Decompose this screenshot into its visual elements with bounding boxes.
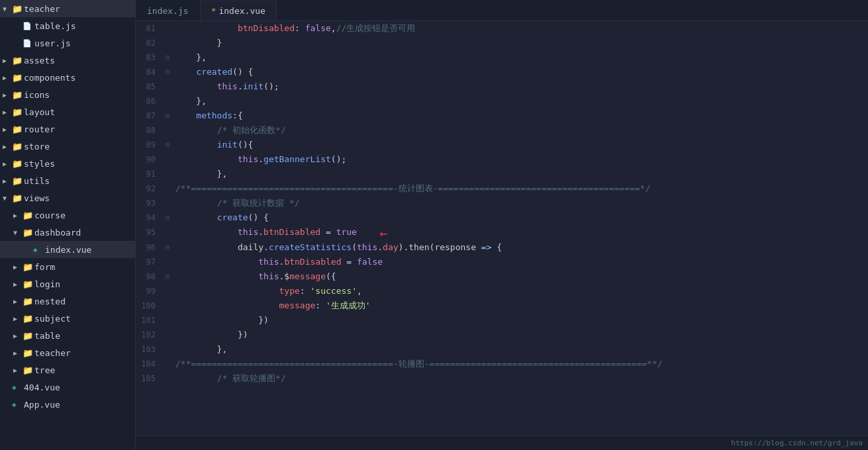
- code-line: 105 /* 获取轮播图*/: [136, 371, 868, 386]
- arrow-icon: ▶: [3, 126, 12, 133]
- sidebar-item-app-vue[interactable]: ◈ App.vue: [0, 396, 135, 413]
- sidebar-item-form-folder[interactable]: ▶📁 form: [0, 258, 135, 275]
- line-number: 87: [136, 109, 162, 123]
- code-editor[interactable]: 81 btnDisabled: false,//生成按钮是否可用82 }83⊟ …: [136, 21, 868, 435]
- sidebar-item-subject-folder[interactable]: ▶📁 subject: [0, 310, 135, 327]
- fold-indicator[interactable]: ⊟: [162, 240, 173, 255]
- status-bar: https://blog.csdn.net/grd_java: [136, 435, 868, 450]
- tab-index-js[interactable]: index.js: [136, 1, 200, 21]
- line-number: 104: [136, 357, 162, 371]
- sidebar-item-label: App.vue: [24, 400, 60, 410]
- fold-indicator[interactable]: ⊟: [162, 269, 173, 284]
- line-content: this.getBannerList();: [173, 152, 868, 167]
- tab-bar: index.js* index.vue: [136, 0, 868, 21]
- sidebar-item-nested-folder[interactable]: ▶📁 nested: [0, 292, 135, 310]
- code-line: 87⊟ methods:{: [136, 109, 868, 123]
- sidebar-item-teacher-sub-folder[interactable]: ▶📁 teacher: [0, 344, 135, 361]
- sidebar-item-teacher-folder[interactable]: ▼📁 teacher: [0, 0, 135, 17]
- sidebar-item-label: teacher: [34, 348, 71, 358]
- sidebar-item-dashboard-folder[interactable]: ▼📁 dashboard: [0, 224, 135, 241]
- line-content: daily.createStatistics(this.day).then(re…: [173, 240, 868, 255]
- line-number: 85: [136, 79, 162, 94]
- fold-indicator: [162, 21, 173, 36]
- line-number: 81: [136, 21, 162, 36]
- sidebar-item-table-folder[interactable]: ▶📁 table: [0, 327, 135, 344]
- sidebar-item-label: 404.vue: [24, 382, 60, 392]
- folder-icon: 📁: [12, 56, 24, 66]
- fold-indicator[interactable]: ⊟: [162, 138, 173, 152]
- sidebar-item-tree-folder[interactable]: ▶📁 tree: [0, 361, 135, 379]
- fold-indicator[interactable]: ⊟: [162, 109, 173, 123]
- arrow-icon: ▶: [13, 315, 23, 322]
- tab-index-vue[interactable]: * index.vue: [200, 1, 277, 21]
- code-line: 93 /* 获取统计数据 */: [136, 196, 868, 210]
- fold-indicator: [162, 79, 173, 94]
- line-content: methods:{: [173, 109, 868, 123]
- sidebar-item-index-vue[interactable]: ◈ index.vue: [0, 241, 135, 258]
- line-number: 90: [136, 152, 162, 167]
- sidebar-item-label: user.js: [34, 38, 71, 48]
- fold-indicator: [162, 313, 173, 328]
- vue-file-icon: ◈: [12, 383, 24, 392]
- fold-indicator: [162, 196, 173, 210]
- sidebar-item-utils-folder[interactable]: ▶📁 utils: [0, 172, 135, 189]
- fold-indicator: [162, 342, 173, 357]
- line-number: 102: [136, 328, 162, 342]
- folder-icon: 📁: [23, 331, 34, 341]
- arrow-icon: ▶: [3, 74, 12, 81]
- sidebar-item-views-folder[interactable]: ▼📁 views: [0, 189, 135, 206]
- js-file-icon: 📄: [23, 39, 34, 48]
- sidebar-item-label: login: [34, 279, 60, 289]
- tab-label: index.vue: [218, 6, 265, 16]
- code-line: 103 },: [136, 342, 868, 357]
- line-content: /**=====================================…: [173, 357, 868, 371]
- arrow-icon: ▶: [13, 367, 23, 374]
- line-content: /* 初始化函数*/: [173, 123, 868, 138]
- sidebar-item-components-folder[interactable]: ▶📁 components: [0, 69, 135, 86]
- fold-indicator[interactable]: ⊟: [162, 65, 173, 79]
- folder-icon: 📁: [12, 159, 24, 169]
- sidebar-item-styles-folder[interactable]: ▶📁 styles: [0, 155, 135, 172]
- sidebar-item-label: index.vue: [45, 245, 91, 255]
- line-content: this.$message({: [173, 269, 868, 284]
- sidebar-item-label: views: [24, 193, 50, 203]
- vue-file-icon: ◈: [33, 246, 45, 254]
- sidebar-item-course-folder[interactable]: ▶📁 course: [0, 206, 135, 224]
- sidebar: ▼📁 teacher📄 table.js📄 user.js▶📁 assets▶📁…: [0, 0, 136, 450]
- sidebar-item-table-js[interactable]: 📄 table.js: [0, 17, 135, 34]
- fold-indicator[interactable]: ⊟: [162, 50, 173, 65]
- fold-indicator: [162, 123, 173, 138]
- code-line: 94⊟ create() {: [136, 210, 868, 225]
- sidebar-item-icons-folder[interactable]: ▶📁 icons: [0, 86, 135, 103]
- red-arrow-annotation: ←: [363, 226, 387, 240]
- line-number: 103: [136, 342, 162, 357]
- sidebar-item-user-js[interactable]: 📄 user.js: [0, 34, 135, 52]
- sidebar-item-layout-folder[interactable]: ▶📁 layout: [0, 103, 135, 120]
- line-content: },: [173, 50, 868, 65]
- line-number: 99: [136, 284, 162, 298]
- line-number: 84: [136, 65, 162, 79]
- code-line: 96⊟ daily.createStatistics(this.day).the…: [136, 240, 868, 255]
- arrow-icon: ▶: [13, 212, 23, 219]
- line-content: },: [173, 94, 868, 109]
- code-line: 90 this.getBannerList();: [136, 152, 868, 167]
- line-number: 94: [136, 210, 162, 225]
- sidebar-item-404-vue[interactable]: ◈ 404.vue: [0, 379, 135, 396]
- line-number: 97: [136, 255, 162, 269]
- sidebar-item-login-folder[interactable]: ▶📁 login: [0, 275, 135, 292]
- sidebar-item-store-folder[interactable]: ▶📁 store: [0, 138, 135, 155]
- code-line: 97 this.btnDisabled = false: [136, 255, 868, 269]
- sidebar-item-assets-folder[interactable]: ▶📁 assets: [0, 52, 135, 69]
- sidebar-item-router-folder[interactable]: ▶📁 router: [0, 120, 135, 138]
- arrow-icon: ▶: [13, 349, 23, 357]
- folder-icon: 📁: [12, 90, 24, 100]
- sidebar-item-label: assets: [24, 56, 55, 66]
- sidebar-item-label: table.js: [34, 21, 76, 31]
- arrow-icon: ▶: [3, 57, 12, 64]
- fold-indicator[interactable]: ⊟: [162, 210, 173, 225]
- arrow-icon: ▶: [3, 91, 12, 99]
- sidebar-item-label: icons: [24, 90, 50, 100]
- fold-indicator: [162, 357, 173, 371]
- code-line: 91 },: [136, 167, 868, 181]
- code-line: 85 this.init();: [136, 79, 868, 94]
